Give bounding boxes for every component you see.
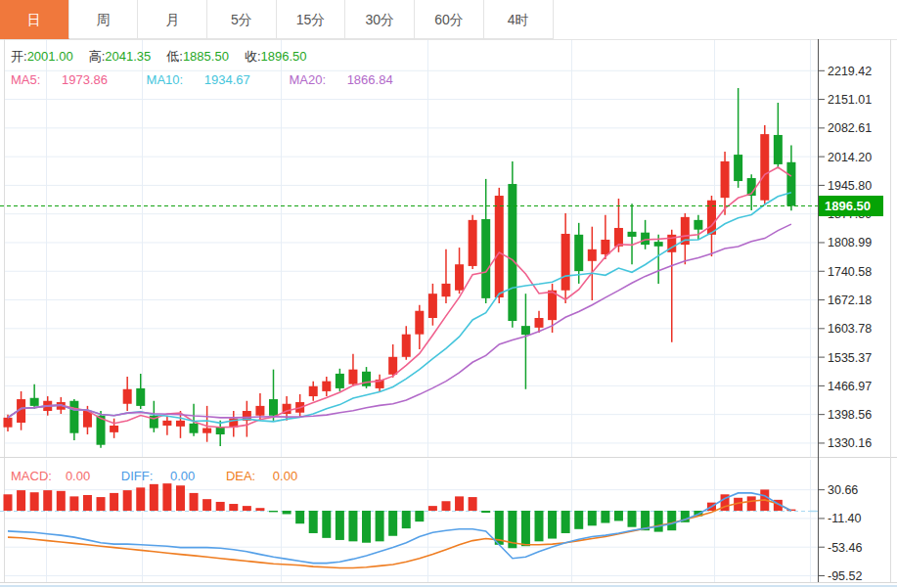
candle <box>455 264 464 291</box>
candle <box>654 242 663 247</box>
price-axis-label: 1672.18 <box>828 294 872 307</box>
macd-bar <box>588 511 597 525</box>
macd-bar <box>57 491 66 511</box>
macd-bar <box>97 497 106 511</box>
candle <box>123 389 132 404</box>
macd-bar <box>402 511 411 528</box>
candle <box>508 184 516 321</box>
tab-week[interactable]: 周 <box>69 0 139 39</box>
macd-bar <box>69 496 78 511</box>
macd-bar <box>176 485 185 511</box>
candle <box>176 421 185 427</box>
macd-bar <box>614 511 623 520</box>
candle <box>535 318 544 328</box>
candle <box>269 399 278 416</box>
tab-30min[interactable]: 30分 <box>345 0 415 39</box>
macd-bar <box>481 511 490 513</box>
macd-value: MACD:0.00 <box>11 469 104 483</box>
macd-bar <box>150 484 158 511</box>
price-axis-label: 1740.58 <box>828 265 872 279</box>
kline-app: 2219.422151.012082.612014.201945.801877.… <box>0 0 897 588</box>
candle <box>309 386 318 396</box>
candle <box>495 196 504 297</box>
macd-bar <box>441 501 450 511</box>
price-axis-label: 1603.78 <box>828 322 872 336</box>
macd-bar <box>295 511 304 523</box>
tab-month[interactable]: 月 <box>138 0 207 39</box>
macd-bar <box>574 511 583 529</box>
candle <box>255 406 264 416</box>
candle <box>469 220 477 266</box>
macd-axis-label: -95.52 <box>828 569 862 583</box>
macd-bar <box>216 502 225 511</box>
macd-bar <box>243 506 251 511</box>
interval-tabbar: 日 周 月 5分 15分 30分 60分 4时 <box>0 0 554 39</box>
candle <box>216 428 225 434</box>
candle <box>190 424 199 433</box>
candles-layer <box>4 88 796 448</box>
macd-bar <box>667 511 676 530</box>
price-axis-label: 1398.56 <box>828 408 872 422</box>
price-axis-label: 2014.20 <box>828 151 872 164</box>
macd-bar <box>388 511 397 536</box>
open-value: 2001.00 <box>27 49 73 64</box>
current-price-badge: 1896.50 <box>819 196 883 216</box>
tab-day[interactable]: 日 <box>0 0 69 39</box>
candle <box>388 357 397 375</box>
macd-bar <box>123 490 132 511</box>
candle <box>428 294 437 318</box>
candle <box>481 219 490 298</box>
macd-bar <box>283 511 292 514</box>
macd-bar <box>322 511 331 538</box>
candle <box>336 374 344 388</box>
high-value: 2041.35 <box>105 49 151 64</box>
ma20-line <box>8 224 791 418</box>
macd-bar <box>4 494 13 511</box>
candle <box>402 335 411 357</box>
ma10-line <box>8 193 791 424</box>
tab-60min[interactable]: 60分 <box>415 0 484 39</box>
close-value: 1896.50 <box>261 49 307 64</box>
candle <box>441 284 450 296</box>
price-axis-label: 2151.01 <box>828 93 872 107</box>
ma20-legend: MA20: 1866.84 <box>289 72 410 87</box>
price-axis-label: 1466.97 <box>828 380 872 393</box>
candle <box>628 232 637 237</box>
macd-bar <box>415 511 424 521</box>
candle <box>4 418 13 428</box>
macd-bar <box>269 511 278 512</box>
dea-value: DEA: 0.00 <box>226 469 311 483</box>
price-axis-label: 2082.61 <box>828 121 872 135</box>
tab-15min[interactable]: 15分 <box>277 0 346 39</box>
tab-4hour[interactable]: 4时 <box>484 0 554 39</box>
candle <box>136 388 145 406</box>
macd-bar <box>428 506 437 511</box>
candle <box>548 291 557 320</box>
candle <box>760 134 769 201</box>
macd-bar <box>336 511 344 540</box>
tab-5min[interactable]: 5分 <box>207 0 277 39</box>
candle <box>614 228 623 247</box>
macd-bar <box>548 511 557 539</box>
candle <box>83 411 92 428</box>
macd-histogram <box>4 483 796 548</box>
macd-bar <box>601 511 609 523</box>
candle <box>721 161 730 198</box>
candle <box>786 162 795 206</box>
candle <box>162 421 171 426</box>
ma5-legend: MA5: 1973.86 <box>11 72 125 87</box>
candle <box>110 426 118 432</box>
candle <box>348 370 357 384</box>
macd-bar <box>190 493 199 511</box>
macd-axis-label: -11.40 <box>828 512 862 525</box>
high-label: 高: <box>89 49 106 64</box>
macd-bar <box>455 496 464 511</box>
candle <box>521 326 530 335</box>
macd-bar <box>30 492 39 511</box>
macd-bar <box>469 497 477 511</box>
macd-bar <box>628 511 637 527</box>
macd-bar <box>348 511 357 541</box>
macd-bar <box>136 487 145 511</box>
macd-axis-label: 30.66 <box>828 483 858 497</box>
candlestick-chart[interactable]: 2219.422151.012082.612014.201945.801877.… <box>0 0 897 588</box>
